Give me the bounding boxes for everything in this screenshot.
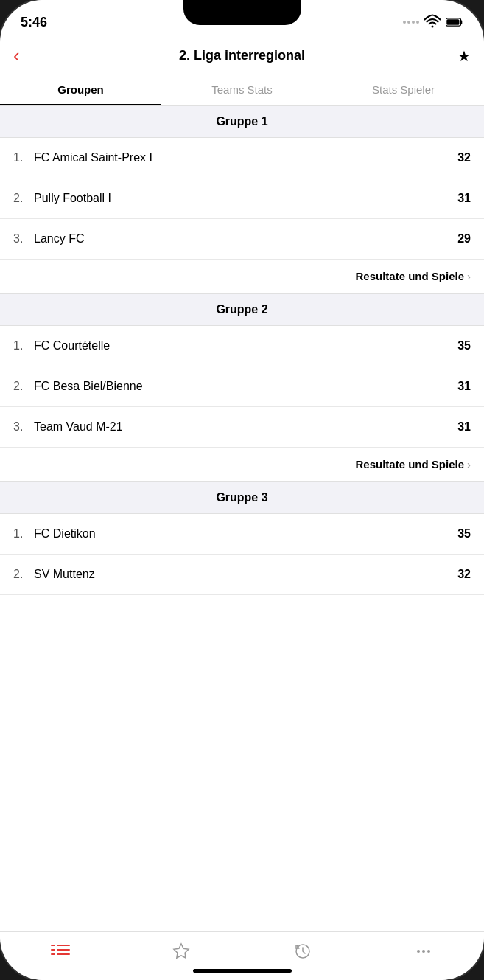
svg-rect-6: [446, 19, 459, 25]
team-rank: 3.: [13, 232, 34, 246]
table-row[interactable]: 1. FC Courtételle 35: [0, 326, 484, 366]
team-rank: 2.: [13, 568, 34, 581]
team-name: FC Amical Saint-Prex I: [34, 151, 447, 164]
signal-dots-icon: [401, 13, 419, 31]
team-name: Lancy FC: [34, 232, 447, 246]
team-points: 29: [447, 232, 471, 246]
svg-point-4: [432, 26, 434, 28]
team-name: FC Courtételle: [34, 339, 447, 352]
tab-groupen[interactable]: Groupen: [0, 74, 161, 105]
chevron-right-icon: ›: [467, 270, 471, 282]
nav-header: ‹ 2. Liga interregional ★: [0, 38, 484, 74]
table-row[interactable]: 2. FC Besa Biel/Bienne 31: [0, 366, 484, 407]
team-rank: 1.: [13, 339, 34, 352]
table-row[interactable]: 3. Team Vaud M-21 31: [0, 407, 484, 448]
resultate-label: Resultate und Spiele: [355, 458, 464, 470]
svg-point-16: [422, 950, 425, 953]
favorite-button[interactable]: ★: [447, 47, 471, 65]
team-points: 31: [447, 380, 471, 393]
team-rank: 3.: [13, 420, 34, 434]
team-rank: 2.: [13, 192, 34, 205]
svg-rect-11: [51, 953, 55, 955]
gruppe-2-header: Gruppe 2: [0, 293, 484, 326]
resultate-gruppe-1-button[interactable]: Resultate und Spiele ›: [0, 260, 484, 293]
team-rank: 1.: [13, 527, 34, 541]
table-row[interactable]: 1. FC Dietikon 35: [0, 514, 484, 555]
table-row[interactable]: 1. FC Amical Saint-Prex I 32: [0, 138, 484, 178]
bottom-tab-list[interactable]: [0, 939, 121, 962]
team-points: 31: [447, 420, 471, 434]
tab-teams-stats[interactable]: Teams Stats: [161, 74, 323, 105]
svg-rect-8: [57, 945, 70, 946]
list-icon: [51, 943, 70, 959]
team-points: 35: [447, 527, 471, 541]
resultate-label: Resultate und Spiele: [355, 270, 464, 282]
svg-rect-7: [51, 945, 55, 946]
team-name: FC Besa Biel/Bienne: [34, 380, 447, 393]
team-points: 32: [447, 568, 471, 581]
bottom-tab-more[interactable]: [363, 939, 484, 962]
resultate-gruppe-2-button[interactable]: Resultate und Spiele ›: [0, 448, 484, 482]
team-rank: 2.: [13, 380, 34, 393]
home-bar: [193, 969, 292, 973]
svg-point-17: [427, 950, 430, 953]
star-icon: [172, 942, 190, 960]
svg-point-3: [416, 21, 419, 24]
team-name: SV Muttenz: [34, 568, 447, 581]
team-points: 32: [447, 151, 471, 164]
table-row[interactable]: 3. Lancy FC 29: [0, 219, 484, 260]
svg-marker-13: [174, 944, 189, 958]
more-icon: [415, 942, 432, 960]
battery-icon: [446, 13, 463, 31]
svg-rect-9: [51, 949, 55, 951]
bottom-tab-history[interactable]: [242, 939, 363, 962]
chevron-right-icon: ›: [467, 458, 471, 470]
tab-stats-spieler[interactable]: Stats Spieler: [323, 74, 484, 105]
status-icons: [401, 13, 463, 31]
bottom-tab-favorites[interactable]: [121, 939, 242, 962]
table-row[interactable]: 2. Pully Football I 31: [0, 178, 484, 219]
svg-point-15: [417, 950, 420, 953]
back-button[interactable]: ‹: [13, 44, 37, 67]
page-title: 2. Liga interregional: [37, 48, 447, 63]
team-points: 35: [447, 339, 471, 352]
history-icon: [294, 942, 312, 960]
svg-rect-12: [57, 953, 70, 955]
bottom-tab-bar: [0, 931, 484, 965]
gruppe-3-header: Gruppe 3: [0, 482, 484, 514]
team-name: Team Vaud M-21: [34, 420, 447, 434]
home-indicator: [0, 965, 484, 980]
content-area: Gruppe 1 1. FC Amical Saint-Prex I 32 2.…: [0, 105, 484, 931]
tab-bar: Groupen Teams Stats Stats Spieler: [0, 74, 484, 105]
svg-point-0: [403, 21, 406, 24]
team-name: FC Dietikon: [34, 527, 447, 541]
svg-rect-10: [57, 949, 70, 951]
team-name: Pully Football I: [34, 192, 447, 205]
svg-point-2: [412, 21, 415, 24]
status-time: 5:46: [21, 15, 47, 30]
gruppe-1-header: Gruppe 1: [0, 105, 484, 138]
wifi-icon: [424, 13, 441, 31]
team-rank: 1.: [13, 151, 34, 164]
team-points: 31: [447, 192, 471, 205]
svg-point-1: [407, 21, 410, 24]
table-row[interactable]: 2. SV Muttenz 32: [0, 555, 484, 595]
